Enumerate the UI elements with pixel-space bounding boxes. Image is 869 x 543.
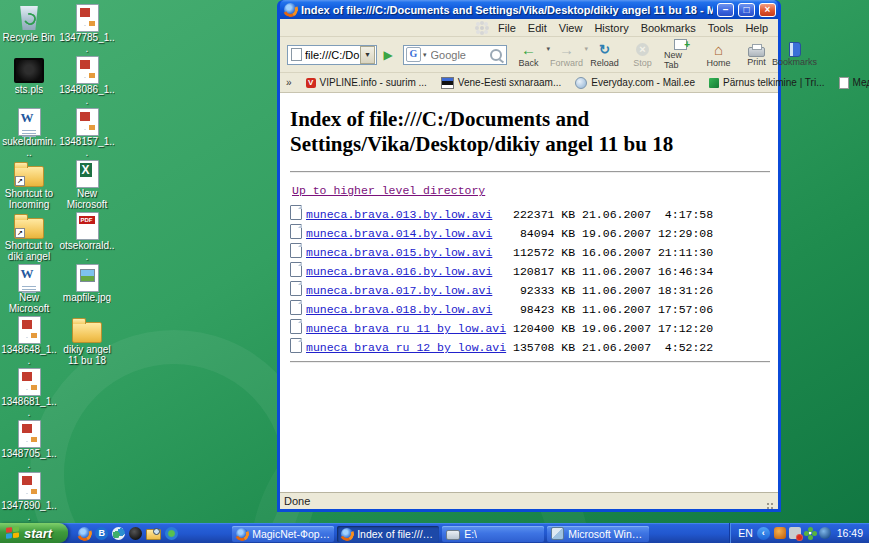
icq-icon[interactable] <box>804 527 816 539</box>
desktop-icon[interactable]: dikiy angel 11 bu 18 <box>59 316 115 368</box>
nav-button[interactable]: New Tab <box>662 39 699 70</box>
task-button[interactable]: Index of file:///C:/Do... <box>337 526 439 542</box>
search-engine-caret-icon[interactable]: ▾ <box>423 51 427 59</box>
address-dropdown-button[interactable]: ▼ <box>360 46 375 64</box>
tray-chevron-icon[interactable] <box>757 527 770 540</box>
firefox-icon <box>341 528 353 540</box>
menu-item[interactable]: Bookmarks <box>635 21 702 35</box>
desktop-icon[interactable]: Recycle Bin <box>1 4 57 56</box>
bookmark-item[interactable]: Vene-Eesti sxnaraam... <box>441 77 561 89</box>
desktop-icon[interactable]: Shortcut to diki angel <box>1 212 57 264</box>
bookmark-item[interactable]: VIPLINE.info - suurim ... <box>306 77 427 88</box>
quick-launch-bar <box>68 523 186 543</box>
menu-item[interactable]: History <box>588 21 634 35</box>
desktop-icon[interactable]: 1347785_1... <box>59 4 115 56</box>
menu-item[interactable]: Help <box>739 21 774 35</box>
nav-button[interactable]: Back <box>510 39 547 70</box>
desktop-icon[interactable]: mapfile.jpg <box>59 264 115 316</box>
nav-button[interactable]: Bookmarks <box>776 39 813 70</box>
nav-button[interactable]: Stop <box>624 39 661 70</box>
bookmarks-icon <box>789 42 801 57</box>
network-icon[interactable] <box>819 527 831 539</box>
task-button[interactable]: E:\ <box>442 526 544 542</box>
desktop-icon[interactable]: Shortcut to Incoming <box>1 160 57 212</box>
desktop-icon[interactable]: 1348705_1... <box>1 420 57 472</box>
file-date: 19.06.2007 <box>582 227 651 240</box>
close-button[interactable]: × <box>759 3 776 17</box>
start-button[interactable]: start <box>0 523 68 543</box>
new-tab-icon <box>674 39 687 50</box>
search-icon[interactable] <box>490 49 502 61</box>
firefox-icon[interactable] <box>78 527 91 540</box>
file-link[interactable]: muneca.brava.016.by.low.avi <box>306 265 492 278</box>
bluetooth-icon[interactable] <box>95 527 108 540</box>
file-link[interactable]: muneca.brava.013.by.low.avi <box>306 208 492 221</box>
search-icon[interactable] <box>146 529 161 540</box>
maximize-button[interactable]: □ <box>738 3 755 17</box>
people-icon[interactable] <box>112 527 125 540</box>
desktop-icon[interactable]: sts.pls <box>1 56 57 108</box>
desktop-icon[interactable]: 1348681_1... <box>1 368 57 420</box>
task-button-label: E:\ <box>464 528 477 540</box>
desktop-icon[interactable]: 1348086_1... <box>59 56 115 108</box>
desktop-icon-label: sts.pls <box>15 84 43 95</box>
file-size: 112572 <box>513 244 554 262</box>
alert-icon[interactable] <box>789 527 801 539</box>
go-button[interactable] <box>378 45 398 65</box>
menu-item[interactable]: File <box>492 21 522 35</box>
stop-icon <box>636 42 649 58</box>
google-logo-icon[interactable]: G <box>406 47 421 62</box>
file-size-unit: KB <box>561 322 575 335</box>
file-time: 17:57:06 <box>651 301 713 319</box>
media-player-icon[interactable] <box>165 527 178 540</box>
file-link[interactable]: muneca brava ru 11 by low.avi <box>306 322 506 335</box>
desktop-icon[interactable]: otsekorrald... <box>59 212 115 264</box>
resize-grip[interactable] <box>764 496 774 506</box>
menu-item[interactable]: View <box>553 21 589 35</box>
task-button[interactable]: MagicNet-Форумы - ... <box>232 526 334 542</box>
clock: 16:49 <box>837 527 863 539</box>
nav-button[interactable]: Forward <box>548 39 585 70</box>
nav-button[interactable]: Home <box>700 39 737 70</box>
file-link[interactable]: muneca.brava.017.by.low.avi <box>306 284 492 297</box>
desktop-icon[interactable]: 1347890_1... <box>1 472 57 523</box>
desktop-icon-label: Recycle Bin <box>3 32 56 43</box>
task-button[interactable]: Microsoft Windows N... <box>547 526 649 542</box>
nav-button[interactable]: Print <box>738 39 775 70</box>
nav-toolbar: ▼ G ▾ Back Forward Reload Stop New Tab <box>280 37 778 73</box>
dark-app-icon[interactable] <box>129 527 142 540</box>
language-indicator[interactable]: EN <box>738 527 753 539</box>
divider <box>290 361 770 363</box>
fox-icon[interactable] <box>774 527 786 539</box>
search-input[interactable] <box>429 48 490 62</box>
minimize-button[interactable]: – <box>717 3 734 17</box>
file-link[interactable]: muneca.brava.014.by.low.avi <box>306 227 492 240</box>
bookmark-item[interactable]: Медовый месячник (... <box>839 77 869 89</box>
bookmarks-overflow-chevron[interactable]: » <box>286 77 292 88</box>
nav-button[interactable]: Reload <box>586 39 623 70</box>
menu-item[interactable]: Tools <box>702 21 740 35</box>
file-date: 16.06.2007 <box>582 246 651 259</box>
bookmark-item[interactable]: Everyday.com - Mail.ee <box>575 77 695 89</box>
file-time: 21:11:30 <box>651 244 713 262</box>
desktop-icon[interactable]: 1348157_1... <box>59 108 115 160</box>
desktop-icon[interactable]: New Microsoft Word Docu... <box>1 264 57 316</box>
file-link[interactable]: muneca.brava.018.by.low.avi <box>306 303 492 316</box>
globe-icon <box>575 77 587 89</box>
desktop-icon-label: 1348705_1... <box>1 448 57 470</box>
file-link[interactable]: muneca.brava.015.by.low.avi <box>306 246 492 259</box>
bookmark-item[interactable]: Pärnus telkimine | Tri... <box>709 77 825 88</box>
address-input[interactable] <box>305 49 360 61</box>
desktop-icon[interactable]: sukeldumin... <box>1 108 57 160</box>
desktop-icon[interactable]: New Microsoft Excel Work... <box>59 160 115 212</box>
throbber-icon <box>480 26 484 30</box>
task-button-label: MagicNet-Форумы - ... <box>252 528 330 540</box>
folder-shortcut-icon <box>14 166 44 187</box>
file-row: muneca.brava.015.by.low.avi112572KB16.06… <box>290 243 770 262</box>
file-link[interactable]: muneca brava ru 12 by low.avi <box>306 341 506 354</box>
up-directory-link[interactable]: Up to higher level directory <box>292 184 485 197</box>
menu-item[interactable]: Edit <box>522 21 553 35</box>
drive-icon <box>446 530 460 540</box>
desktop-icon[interactable]: 1348648_1... <box>1 316 57 368</box>
title-bar[interactable]: Index of file:///C:/Documents and Settin… <box>280 0 778 19</box>
